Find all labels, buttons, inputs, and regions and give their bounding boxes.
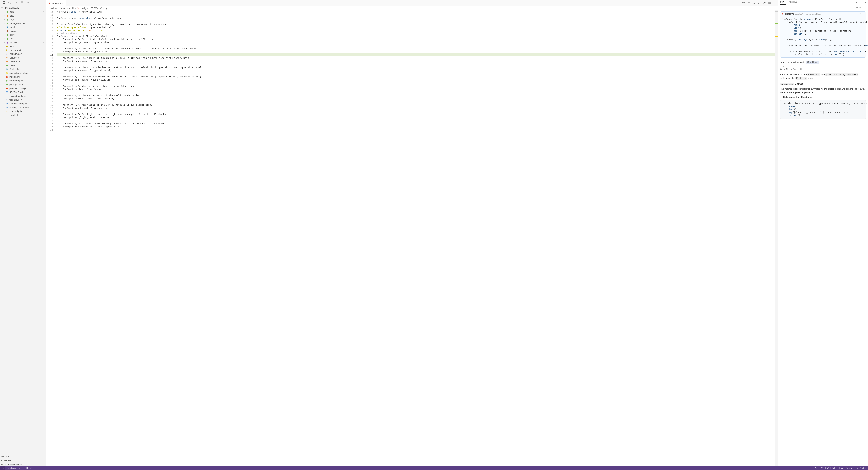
file-item[interactable]: ●yarn.lock <box>0 113 46 117</box>
code-block: "kw">let "kw">mut summary: "type">Vec<(&… <box>780 100 866 119</box>
file-item[interactable]: ◧index.html <box>0 75 46 79</box>
svg-point-2 <box>8 2 10 3</box>
search-icon[interactable] <box>8 1 11 5</box>
code-lines[interactable]: "kw">use serde::"type">Serialize;"kw">us… <box>55 10 775 466</box>
new-file-icon[interactable] <box>2 1 5 5</box>
close-icon[interactable]: × <box>62 2 64 4</box>
sidebar-bottom-sections: ›OUTLINE›TIMELINE›RUST DEPENDENCIES <box>0 454 46 466</box>
tabs-bar: ⚙ config.rs × ⋯ <box>46 0 778 6</box>
file-item[interactable]: ⚙.env.defaults <box>0 48 46 52</box>
split-icon[interactable] <box>768 1 771 5</box>
next-icon[interactable] <box>758 1 761 5</box>
folder-item[interactable]: ›▮src <box>0 37 46 40</box>
folder-item[interactable]: ›▮server <box>0 33 46 37</box>
more-icon[interactable]: ⋯ <box>773 2 776 4</box>
svg-point-4 <box>15 2 15 2</box>
response-text: methods in the <box>780 77 796 79</box>
remote-indicator[interactable] <box>0 466 5 470</box>
file-item[interactable]: 🐳Dockerfile <box>0 67 46 71</box>
inline-code: print_hierarchy_recursive <box>826 73 859 76</box>
new-chat-icon[interactable]: ＋ <box>855 1 858 4</box>
crumb[interactable]: config.rs <box>80 7 88 9</box>
folder-item[interactable]: ›▮node_modules <box>0 21 46 25</box>
history-icon[interactable]: ↺ <box>860 1 862 4</box>
cursor-position[interactable]: Ln 14, Col 1 <box>826 467 837 469</box>
file-item[interactable]: ⬢.nvmrc <box>0 63 46 67</box>
more-icon[interactable] <box>27 2 29 4</box>
expand-icon[interactable]: ⌄ <box>821 54 825 57</box>
section-header[interactable]: ›RUST DEPENDENCIES <box>0 462 46 466</box>
rust-analyzer-status[interactable]: rust-analyzer <box>8 467 20 469</box>
file-item[interactable]: ◆.eslintrc.json <box>0 52 46 56</box>
undo-icon[interactable] <box>747 1 750 5</box>
file-item[interactable]: ◈.gitignore <box>0 56 46 60</box>
file-item[interactable]: ⓘREADME.md <box>0 90 46 94</box>
file-item[interactable]: ⚙.env <box>0 44 46 48</box>
expand-context-icon[interactable]: ⌄ <box>862 13 864 15</box>
context-box: ⚙ profiler.rs voxelize/server/world/prof… <box>780 11 866 58</box>
file-item[interactable]: {}package.json <box>0 83 46 86</box>
used-item[interactable]: 🗎 profiler.rs Current file <box>780 68 866 70</box>
extensions-icon[interactable] <box>21 1 24 5</box>
tab-filename: config.rs <box>52 2 61 4</box>
run-icon[interactable] <box>763 1 766 5</box>
step-title: Collect and Sort Durations <box>783 96 812 98</box>
chat-panel: CHAT REVIEW ＋ ↺ ⋯ Normal Chat ⚙ profiler… <box>778 0 868 466</box>
prev-icon[interactable] <box>752 1 755 5</box>
file-item[interactable]: ≈tailwind.config.js <box>0 94 46 98</box>
live-icon[interactable] <box>820 467 823 469</box>
minimap[interactable] <box>775 10 778 466</box>
tab-config-rs[interactable]: ⚙ config.rs × <box>46 0 66 6</box>
crumb[interactable]: server <box>59 7 66 9</box>
rust-icon: ⚙ <box>49 2 51 4</box>
step-item: Collect and Sort Durations: <box>783 95 866 99</box>
section-header[interactable]: ›OUTLINE <box>0 455 46 459</box>
breadcrumb[interactable]: voxelize› server› world› ⚙ config.rs› ☰ … <box>46 6 778 10</box>
branch-icon[interactable] <box>14 1 18 5</box>
code-editor[interactable]: 1312111098765432114123456789101112131415… <box>46 10 778 466</box>
chat-tab-chat[interactable]: CHAT <box>780 1 785 4</box>
file-item[interactable]: JSecosystem.config.js <box>0 71 46 75</box>
project-header[interactable]: HI.SHAORUU.IO <box>0 6 46 9</box>
sidebar: HI.SHAORUU.IO ›▮core›▮dist›▮logs›▮node_m… <box>0 0 46 466</box>
svg-line-3 <box>10 3 11 4</box>
file-item[interactable]: {}nodemon.json <box>0 79 46 83</box>
file-item[interactable]: ⚡vite.config.ts <box>0 109 46 113</box>
file-item[interactable]: TStsconfig.json <box>0 98 46 101</box>
crumb[interactable]: WorldConfig <box>94 7 107 9</box>
file-mention[interactable]: @profiler.rs <box>806 61 819 64</box>
context-header[interactable]: ⚙ profiler.rs voxelize/server/world/prof… <box>780 12 866 16</box>
prettier-status[interactable]: ✓ Prettier <box>857 467 866 469</box>
file-icon: 🗎 <box>780 68 782 70</box>
tabs-actions: ⋯ <box>742 0 778 6</box>
svg-point-6 <box>16 2 17 2</box>
more-icon[interactable]: ⋯ <box>864 1 866 4</box>
folder-item[interactable]: ›▮dist <box>0 14 46 18</box>
context-code: "kw">pub "kw">fn summarize(&"kw">mut "kw… <box>780 16 866 58</box>
file-item[interactable]: TStsconfig.server.json <box>0 106 46 109</box>
history-icon[interactable] <box>742 1 745 5</box>
svg-rect-8 <box>22 2 23 3</box>
folder-item[interactable]: ›▮voxelize <box>0 40 46 44</box>
crumb[interactable]: world <box>69 7 74 9</box>
folder-item[interactable]: ›▮core <box>0 10 46 14</box>
folder-item[interactable]: ›▮public <box>0 25 46 29</box>
svg-point-17 <box>822 468 822 468</box>
chat-tab-review[interactable]: REVIEW <box>789 1 797 4</box>
section-header[interactable]: ›TIMELINE <box>0 459 46 462</box>
copilot-status[interactable]: Copilot++ <box>846 467 855 469</box>
folder-item[interactable]: ›▮logs <box>0 18 46 21</box>
file-item[interactable]: ◈.gitmodules <box>0 60 46 63</box>
zen-mode[interactable]: Zen <box>814 467 818 469</box>
chat-mode[interactable]: Normal Chat <box>778 5 868 9</box>
folder-item[interactable]: ›▮scripts <box>0 29 46 33</box>
crumb[interactable]: voxelize <box>49 7 57 9</box>
svg-marker-14 <box>764 2 765 3</box>
svg-point-12 <box>758 2 760 4</box>
language-mode[interactable]: Rust <box>839 467 843 469</box>
file-item[interactable]: TStsconfig.node.json <box>0 101 46 106</box>
file-item[interactable]: ◉postcss.config.js <box>0 86 46 90</box>
remove-context-icon[interactable]: × <box>860 13 861 15</box>
chat-tabs: CHAT REVIEW ＋ ↺ ⋯ <box>778 0 868 5</box>
response-text: struct. <box>807 77 814 79</box>
